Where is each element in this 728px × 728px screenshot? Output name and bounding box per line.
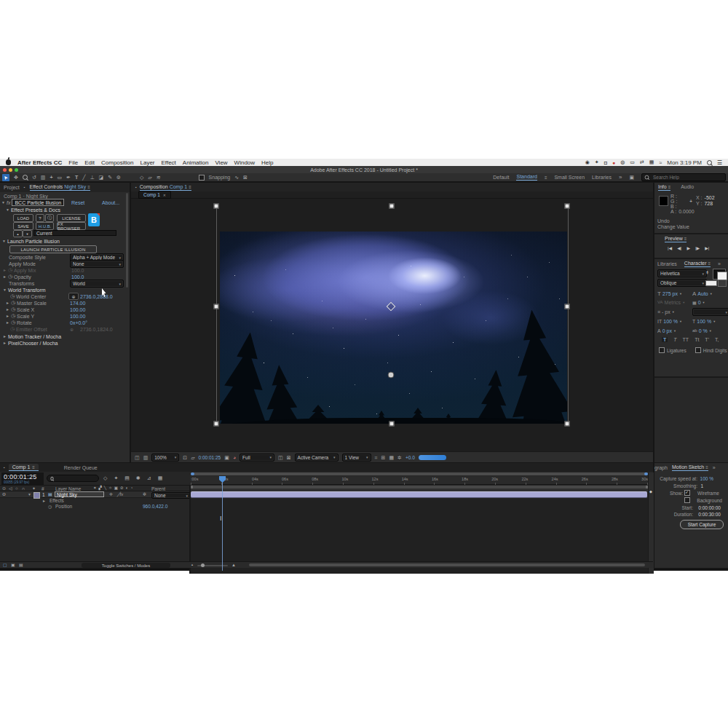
selection-handle-top-right[interactable] [565,204,570,209]
tab-libraries[interactable]: Libraries [657,261,677,266]
transforms-dropdown[interactable]: World [70,280,124,288]
sync-icon[interactable]: ⇄ [640,159,644,165]
tab-paragraph-clipped[interactable]: graph [654,465,668,470]
selection-handle-top-left[interactable] [214,204,219,209]
character-overflow-icon[interactable]: » [718,261,721,266]
stroke-style-dropdown[interactable] [692,308,728,316]
camera-dropdown[interactable]: Active Camera [295,454,339,462]
background-checkbox[interactable] [684,497,690,503]
dropbox-icon[interactable]: ✦ [595,159,599,165]
exposure-value[interactable]: +0.0 [405,455,415,460]
brush-tool[interactable]: ╱ [82,175,85,180]
panel-menu-icon[interactable]: ≡ [87,185,90,189]
playhead-line[interactable] [222,476,223,571]
license-button[interactable]: LICENSE [57,214,86,222]
scale-y-stopwatch-icon[interactable]: ◷ [11,313,15,319]
borisfx-logo[interactable]: B [88,213,100,226]
roto-brush-tool[interactable]: ✎ [108,175,112,180]
font-family-dropdown[interactable]: Helvetica [657,269,707,277]
search-help-input[interactable] [652,174,720,181]
play-button[interactable]: ▶ [687,245,690,250]
shield-icon[interactable]: ◘ [604,160,607,165]
master-scale-twirl-icon[interactable]: ► [6,301,9,305]
smoothing-value[interactable]: 1 [700,483,703,488]
night-sky-image[interactable] [220,232,567,424]
baseline-shift-value[interactable]: 0 px [662,328,672,333]
pen-tool[interactable]: ✒ [66,175,71,180]
menu-help[interactable]: Help [261,159,273,166]
faux-bold-button[interactable]: T [662,337,668,342]
tab-composition[interactable]: Composition Comp 1 ≡ [140,184,191,191]
workspace-panel-icon[interactable]: ▣ [629,175,634,180]
timeline-hscrollbar[interactable] [249,563,645,566]
tab-character[interactable]: Character ≡ [684,261,711,267]
time-navigator[interactable] [191,472,648,475]
info-button[interactable]: ⓘ [45,214,54,222]
tab-effect-controls[interactable]: Effect Controls Night Sky ≡ [30,184,90,191]
effects-twirl-icon[interactable]: ► [42,499,46,503]
workspace-small-screen[interactable]: Small Screen [554,175,585,180]
menu-window[interactable]: Window [234,159,255,166]
vertical-scale-value[interactable]: 100 % [663,319,678,324]
apple-menu-icon[interactable] [6,159,11,165]
layer-twirl-icon[interactable]: ▼ [28,492,31,496]
scale-x-stopwatch-icon[interactable]: ◷ [11,306,15,312]
notification-center-icon[interactable]: ☰ [717,159,722,166]
horizontal-scale-value[interactable]: 100 % [697,319,711,324]
zoom-tool[interactable] [23,175,28,180]
notification-badge-icon[interactable]: ● [612,160,615,165]
menu-composition[interactable]: Composition [101,159,133,166]
tab-render-queue[interactable]: Render Queue [64,465,98,470]
param-scale-x-value[interactable]: 100.00 [70,307,85,312]
comp-center-point[interactable] [388,372,395,379]
effect-controls-scrollbar[interactable] [126,193,128,288]
position-property-value[interactable]: 960.0,422.0 [143,504,167,509]
load-button[interactable]: LOAD [13,214,33,222]
param-rotate-value[interactable]: 0x+0.0° [70,320,87,325]
pixelchooser-twirl-icon[interactable]: ► [3,341,7,345]
world-center-crosshair-button[interactable]: ⊕ [68,293,79,300]
parallels-icon[interactable]: ◍ [620,159,625,165]
menu-animation[interactable]: Animation [183,159,209,166]
snapshot-icon[interactable]: ▣ [224,455,229,460]
font-style-dropdown[interactable]: Oblique [657,279,707,287]
tab-info[interactable]: Info ≡ [658,184,670,191]
scale-x-twirl-icon[interactable]: ► [6,307,9,312]
flowchart-icon[interactable]: ⊞ [381,455,386,460]
world-center-stopwatch-icon[interactable]: ◷ [10,293,15,299]
pan-behind-tool[interactable]: + [50,175,52,180]
param-world-center-value[interactable]: 2736.0,2888.0 [80,294,113,299]
wireframe-checkbox[interactable] [684,490,690,496]
tab-motion-sketch[interactable]: Motion Sketch ≡ [672,464,708,471]
opacity-twirl-icon[interactable]: ► [3,274,7,279]
display-icon[interactable]: ▭ [630,159,635,165]
layer-eye-icon[interactable]: ⊙ [2,492,6,496]
expand-layers-icon[interactable]: ▢ [3,563,7,567]
motion-sketch-overflow-icon[interactable]: » [713,465,716,470]
menu-edit[interactable]: Edit [84,159,95,166]
shy-icon[interactable]: ▤ [124,475,130,480]
mask-visibility-icon[interactable]: ▥ [143,455,149,460]
expand-inout-icon[interactable]: ▤ [19,563,23,567]
keyboard-icon[interactable]: ▦ [649,159,654,165]
camera-tool[interactable]: ▥ [41,175,46,180]
timeline-zoom-handle[interactable] [201,563,205,567]
param-opacity-value[interactable]: 100.0 [71,274,84,280]
scale-y-twirl-icon[interactable]: ► [6,314,9,318]
rulers-icon[interactable]: ▦ [389,455,394,460]
expand-transfer-icon[interactable]: ▣ [11,563,15,567]
motion-tracker-twirl-icon[interactable]: ► [3,334,7,339]
preset-down-button[interactable]: ▼ [23,230,32,237]
spotlight-search-icon[interactable] [707,160,712,165]
presets-twirl-icon[interactable]: ▼ [6,207,9,212]
fast-preview-icon[interactable]: ⊠ [287,455,291,460]
selection-handle-top-center[interactable] [389,204,395,209]
transparency-grid-icon[interactable]: ▱ [191,455,194,460]
layer-quality-fx-switch[interactable]: ╱fx [117,492,123,496]
tsume-value[interactable]: 0 % [699,328,708,333]
graph-editor-icon[interactable]: ▦ [158,475,163,480]
selection-handle-mid-right[interactable] [565,304,570,309]
composition-viewport[interactable] [131,199,653,451]
resolution-dropdown[interactable]: Full [240,454,274,462]
comp-marker-icon[interactable]: ◆ [649,490,652,494]
